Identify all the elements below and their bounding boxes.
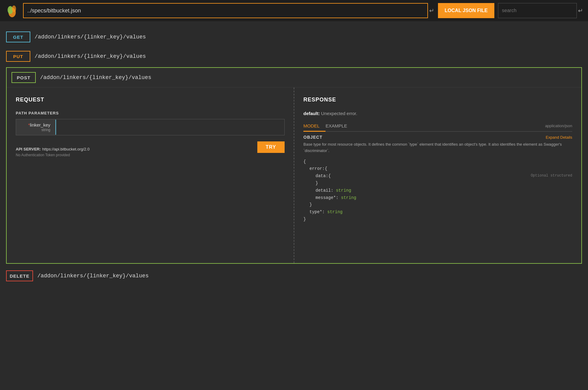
- delete-method-badge: DELETE: [6, 270, 33, 281]
- response-description: Base type for most resource objects. It …: [303, 141, 572, 154]
- url-input[interactable]: [23, 3, 428, 18]
- default-label: default:: [303, 111, 320, 116]
- code-line-8: }: [303, 216, 572, 223]
- response-title: RESPONSE: [303, 97, 572, 103]
- put-method-badge: PUT: [6, 51, 30, 62]
- request-panel: REQUEST PATH PARAMETERS *linker_key stri…: [7, 88, 294, 263]
- code-line-1: error:{: [309, 165, 572, 173]
- svg-point-2: [12, 5, 16, 12]
- get-endpoint-row[interactable]: GET /addon/linkers/{linker_key}/values: [6, 27, 582, 47]
- content-type-label: application/json: [545, 121, 572, 131]
- path-params-label: PATH PARAMETERS: [16, 111, 285, 115]
- linker-key-input[interactable]: [55, 120, 284, 135]
- code-block: { error:{ data:{ Optional structured } d…: [303, 158, 572, 223]
- post-expanded-section: POST /addon/linkers/{linker_key}/values …: [6, 67, 582, 264]
- post-header-row[interactable]: POST /addon/linkers/{linker_key}/values: [7, 68, 581, 88]
- local-json-button[interactable]: LOCAL JSON FILE: [438, 3, 494, 18]
- expand-details-link[interactable]: Expand Details: [546, 135, 572, 140]
- search-enter-icon[interactable]: ↵: [578, 7, 583, 14]
- put-endpoint-path: /addon/linkers/{linker_key}/values: [35, 53, 146, 59]
- delete-endpoint-row[interactable]: DELETE /addon/linkers/{linker_key}/value…: [6, 266, 582, 286]
- response-panel: RESPONSE default: Unexpected error. MODE…: [294, 88, 581, 263]
- object-label: OBJECT: [303, 135, 322, 140]
- api-server-try-row: API SERVER: https://api.bitbucket.org/2.…: [16, 141, 285, 157]
- param-label-cell: *linker_key string: [16, 119, 55, 135]
- tab-model[interactable]: MODEL: [303, 121, 326, 132]
- get-endpoint-path: /addon/linkers/{linker_key}/values: [35, 34, 146, 40]
- optional-label: Optional structured: [531, 173, 572, 179]
- search-input[interactable]: [498, 3, 577, 18]
- code-line-6: }: [309, 201, 572, 209]
- logo: [5, 3, 19, 18]
- api-server-info: API SERVER: https://api.bitbucket.org/2.…: [16, 146, 89, 157]
- put-endpoint-row[interactable]: PUT /addon/linkers/{linker_key}/values: [6, 47, 582, 66]
- param-name: linker_key: [30, 122, 50, 127]
- code-line-7: type*: string: [309, 209, 572, 216]
- api-server-url: https://api.bitbucket.org/2.0: [42, 147, 89, 151]
- post-method-badge: POST: [12, 72, 36, 83]
- delete-endpoint-path: /addon/linkers/{linker_key}/values: [37, 273, 149, 279]
- param-row-linker-key: *linker_key string: [16, 119, 285, 135]
- api-server-label: API SERVER:: [16, 147, 41, 151]
- post-endpoint-path: /addon/linkers/{linker_key}/values: [40, 74, 151, 81]
- request-title: REQUEST: [16, 97, 285, 103]
- topbar: ↵ LOCAL JSON FILE ↵: [0, 0, 588, 21]
- param-type: string: [21, 128, 50, 132]
- response-default: default: Unexpected error.: [303, 111, 572, 116]
- tab-example[interactable]: EXAMPLE: [326, 121, 353, 132]
- code-line-0: {: [303, 158, 572, 166]
- try-button[interactable]: TRY: [257, 141, 285, 153]
- default-text: Unexpected error.: [321, 111, 357, 116]
- post-body: REQUEST PATH PARAMETERS *linker_key stri…: [7, 88, 581, 263]
- url-enter-icon[interactable]: ↵: [429, 7, 434, 14]
- code-line-2: data:{ Optional structured: [316, 173, 572, 180]
- main-content: GET /addon/linkers/{linker_key}/values P…: [0, 21, 588, 292]
- object-header: OBJECT Expand Details: [303, 135, 572, 140]
- code-line-4: detail: string: [316, 187, 572, 194]
- code-line-5: message*: string: [316, 194, 572, 202]
- model-tabs: MODEL EXAMPLE application/json: [303, 121, 572, 132]
- code-line-3: }: [316, 180, 572, 187]
- get-method-badge: GET: [6, 31, 30, 42]
- no-auth-text: No Authentication Token provided: [16, 153, 89, 157]
